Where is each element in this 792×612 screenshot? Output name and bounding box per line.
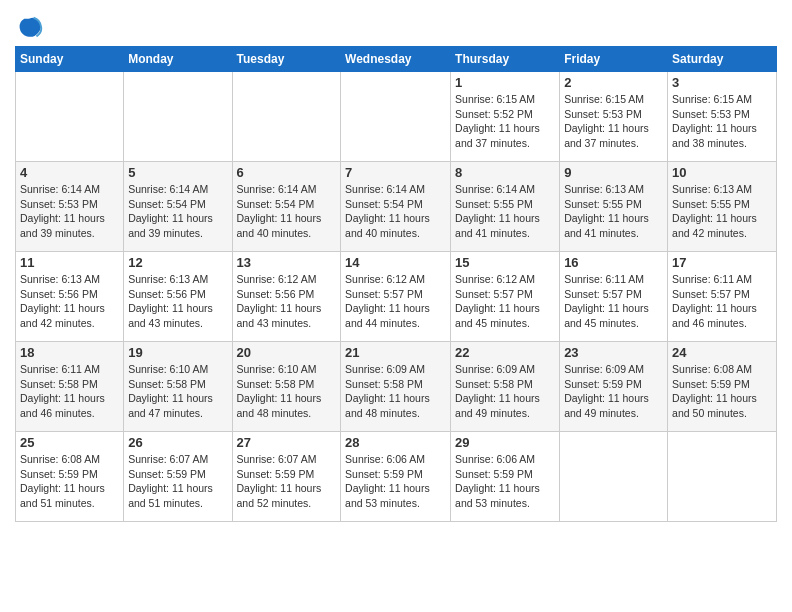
day-info: Sunrise: 6:08 AM Sunset: 5:59 PM Dayligh… (672, 362, 772, 421)
calendar-cell: 3Sunrise: 6:15 AM Sunset: 5:53 PM Daylig… (668, 72, 777, 162)
day-info: Sunrise: 6:07 AM Sunset: 5:59 PM Dayligh… (237, 452, 337, 511)
day-info: Sunrise: 6:08 AM Sunset: 5:59 PM Dayligh… (20, 452, 119, 511)
calendar-cell: 24Sunrise: 6:08 AM Sunset: 5:59 PM Dayli… (668, 342, 777, 432)
weekday-header-saturday: Saturday (668, 47, 777, 72)
day-number: 4 (20, 165, 119, 180)
day-number: 24 (672, 345, 772, 360)
calendar-cell: 13Sunrise: 6:12 AM Sunset: 5:56 PM Dayli… (232, 252, 341, 342)
day-number: 23 (564, 345, 663, 360)
day-info: Sunrise: 6:14 AM Sunset: 5:54 PM Dayligh… (128, 182, 227, 241)
weekday-header-thursday: Thursday (451, 47, 560, 72)
day-info: Sunrise: 6:11 AM Sunset: 5:57 PM Dayligh… (672, 272, 772, 331)
day-info: Sunrise: 6:09 AM Sunset: 5:59 PM Dayligh… (564, 362, 663, 421)
day-number: 25 (20, 435, 119, 450)
calendar-cell: 16Sunrise: 6:11 AM Sunset: 5:57 PM Dayli… (560, 252, 668, 342)
day-number: 10 (672, 165, 772, 180)
calendar-cell (232, 72, 341, 162)
day-info: Sunrise: 6:07 AM Sunset: 5:59 PM Dayligh… (128, 452, 227, 511)
weekday-header-monday: Monday (124, 47, 232, 72)
day-info: Sunrise: 6:15 AM Sunset: 5:53 PM Dayligh… (564, 92, 663, 151)
day-info: Sunrise: 6:11 AM Sunset: 5:58 PM Dayligh… (20, 362, 119, 421)
day-number: 12 (128, 255, 227, 270)
day-info: Sunrise: 6:10 AM Sunset: 5:58 PM Dayligh… (128, 362, 227, 421)
calendar-cell (341, 72, 451, 162)
day-info: Sunrise: 6:13 AM Sunset: 5:56 PM Dayligh… (128, 272, 227, 331)
calendar-cell: 14Sunrise: 6:12 AM Sunset: 5:57 PM Dayli… (341, 252, 451, 342)
day-info: Sunrise: 6:12 AM Sunset: 5:56 PM Dayligh… (237, 272, 337, 331)
calendar-cell: 21Sunrise: 6:09 AM Sunset: 5:58 PM Dayli… (341, 342, 451, 432)
day-info: Sunrise: 6:12 AM Sunset: 5:57 PM Dayligh… (455, 272, 555, 331)
calendar-cell: 25Sunrise: 6:08 AM Sunset: 5:59 PM Dayli… (16, 432, 124, 522)
calendar-week-3: 11Sunrise: 6:13 AM Sunset: 5:56 PM Dayli… (16, 252, 777, 342)
calendar-week-1: 1Sunrise: 6:15 AM Sunset: 5:52 PM Daylig… (16, 72, 777, 162)
calendar-week-4: 18Sunrise: 6:11 AM Sunset: 5:58 PM Dayli… (16, 342, 777, 432)
calendar-cell: 18Sunrise: 6:11 AM Sunset: 5:58 PM Dayli… (16, 342, 124, 432)
calendar-week-5: 25Sunrise: 6:08 AM Sunset: 5:59 PM Dayli… (16, 432, 777, 522)
calendar-cell: 5Sunrise: 6:14 AM Sunset: 5:54 PM Daylig… (124, 162, 232, 252)
calendar-cell: 15Sunrise: 6:12 AM Sunset: 5:57 PM Dayli… (451, 252, 560, 342)
day-info: Sunrise: 6:12 AM Sunset: 5:57 PM Dayligh… (345, 272, 446, 331)
day-number: 27 (237, 435, 337, 450)
weekday-header-sunday: Sunday (16, 47, 124, 72)
calendar-cell: 6Sunrise: 6:14 AM Sunset: 5:54 PM Daylig… (232, 162, 341, 252)
calendar-cell: 9Sunrise: 6:13 AM Sunset: 5:55 PM Daylig… (560, 162, 668, 252)
calendar-cell: 29Sunrise: 6:06 AM Sunset: 5:59 PM Dayli… (451, 432, 560, 522)
day-info: Sunrise: 6:13 AM Sunset: 5:55 PM Dayligh… (672, 182, 772, 241)
calendar-cell: 26Sunrise: 6:07 AM Sunset: 5:59 PM Dayli… (124, 432, 232, 522)
day-info: Sunrise: 6:09 AM Sunset: 5:58 PM Dayligh… (345, 362, 446, 421)
day-info: Sunrise: 6:06 AM Sunset: 5:59 PM Dayligh… (455, 452, 555, 511)
calendar-cell: 19Sunrise: 6:10 AM Sunset: 5:58 PM Dayli… (124, 342, 232, 432)
calendar-cell: 4Sunrise: 6:14 AM Sunset: 5:53 PM Daylig… (16, 162, 124, 252)
calendar-cell: 2Sunrise: 6:15 AM Sunset: 5:53 PM Daylig… (560, 72, 668, 162)
day-info: Sunrise: 6:14 AM Sunset: 5:53 PM Dayligh… (20, 182, 119, 241)
weekday-header-row: SundayMondayTuesdayWednesdayThursdayFrid… (16, 47, 777, 72)
day-number: 29 (455, 435, 555, 450)
calendar-cell (124, 72, 232, 162)
day-number: 28 (345, 435, 446, 450)
day-number: 14 (345, 255, 446, 270)
day-info: Sunrise: 6:13 AM Sunset: 5:56 PM Dayligh… (20, 272, 119, 331)
day-number: 19 (128, 345, 227, 360)
day-info: Sunrise: 6:14 AM Sunset: 5:54 PM Dayligh… (237, 182, 337, 241)
day-number: 1 (455, 75, 555, 90)
logo-icon (15, 14, 43, 42)
weekday-header-tuesday: Tuesday (232, 47, 341, 72)
day-number: 16 (564, 255, 663, 270)
logo (15, 14, 46, 42)
day-number: 21 (345, 345, 446, 360)
day-info: Sunrise: 6:13 AM Sunset: 5:55 PM Dayligh… (564, 182, 663, 241)
calendar-cell: 12Sunrise: 6:13 AM Sunset: 5:56 PM Dayli… (124, 252, 232, 342)
calendar-week-2: 4Sunrise: 6:14 AM Sunset: 5:53 PM Daylig… (16, 162, 777, 252)
day-info: Sunrise: 6:06 AM Sunset: 5:59 PM Dayligh… (345, 452, 446, 511)
calendar-table: SundayMondayTuesdayWednesdayThursdayFrid… (15, 46, 777, 522)
calendar-cell: 11Sunrise: 6:13 AM Sunset: 5:56 PM Dayli… (16, 252, 124, 342)
day-number: 2 (564, 75, 663, 90)
calendar-cell: 22Sunrise: 6:09 AM Sunset: 5:58 PM Dayli… (451, 342, 560, 432)
day-number: 17 (672, 255, 772, 270)
day-number: 11 (20, 255, 119, 270)
calendar-cell: 8Sunrise: 6:14 AM Sunset: 5:55 PM Daylig… (451, 162, 560, 252)
day-info: Sunrise: 6:14 AM Sunset: 5:54 PM Dayligh… (345, 182, 446, 241)
day-info: Sunrise: 6:11 AM Sunset: 5:57 PM Dayligh… (564, 272, 663, 331)
header (15, 10, 777, 42)
day-number: 15 (455, 255, 555, 270)
day-number: 22 (455, 345, 555, 360)
calendar-cell: 20Sunrise: 6:10 AM Sunset: 5:58 PM Dayli… (232, 342, 341, 432)
day-info: Sunrise: 6:15 AM Sunset: 5:53 PM Dayligh… (672, 92, 772, 151)
calendar-cell (668, 432, 777, 522)
day-number: 8 (455, 165, 555, 180)
calendar-cell: 17Sunrise: 6:11 AM Sunset: 5:57 PM Dayli… (668, 252, 777, 342)
day-info: Sunrise: 6:15 AM Sunset: 5:52 PM Dayligh… (455, 92, 555, 151)
day-info: Sunrise: 6:14 AM Sunset: 5:55 PM Dayligh… (455, 182, 555, 241)
calendar-cell (16, 72, 124, 162)
day-number: 5 (128, 165, 227, 180)
day-number: 26 (128, 435, 227, 450)
calendar-cell: 27Sunrise: 6:07 AM Sunset: 5:59 PM Dayli… (232, 432, 341, 522)
day-number: 9 (564, 165, 663, 180)
day-info: Sunrise: 6:10 AM Sunset: 5:58 PM Dayligh… (237, 362, 337, 421)
day-number: 18 (20, 345, 119, 360)
calendar-cell: 23Sunrise: 6:09 AM Sunset: 5:59 PM Dayli… (560, 342, 668, 432)
day-number: 20 (237, 345, 337, 360)
day-number: 3 (672, 75, 772, 90)
calendar-cell: 28Sunrise: 6:06 AM Sunset: 5:59 PM Dayli… (341, 432, 451, 522)
